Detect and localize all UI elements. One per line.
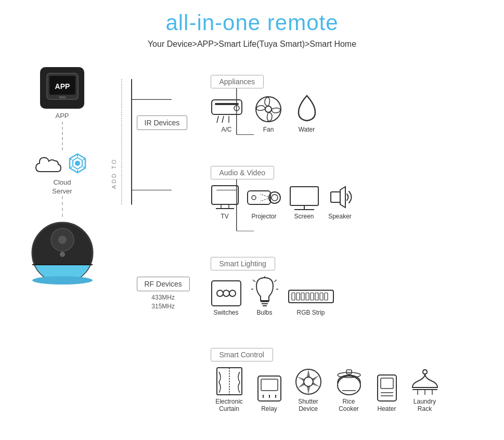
smart-control-section: Smart Control ElectronicCurtain <box>211 348 442 412</box>
svg-point-84 <box>304 377 313 386</box>
switches-icon <box>211 280 242 307</box>
svg-point-56 <box>217 290 223 296</box>
add-to-label: ADD TO <box>111 158 117 189</box>
svg-rect-74 <box>320 293 323 300</box>
tv-icon <box>211 185 239 211</box>
svg-point-50 <box>252 196 256 200</box>
switches-label: Switches <box>213 309 238 316</box>
rf-devices-node: RF Devices 433MHz315MHz <box>137 277 190 311</box>
svg-rect-34 <box>212 100 242 114</box>
svg-rect-69 <box>296 293 300 300</box>
screen-label: Screen <box>294 213 314 220</box>
control-icons-row: ElectronicCurtain Relay <box>211 367 442 412</box>
ac-icon <box>211 98 243 124</box>
svg-point-85 <box>338 376 360 395</box>
tablet-icon: APP <box>44 72 81 103</box>
subtitle: Your Device>APP>Smart Life(Tuya Smart)>S… <box>148 40 356 49</box>
svg-rect-73 <box>315 293 318 300</box>
svg-rect-70 <box>301 293 304 300</box>
screen-icon <box>289 186 319 211</box>
svg-rect-35 <box>215 103 239 105</box>
svg-point-18 <box>32 276 93 284</box>
svg-rect-72 <box>311 293 314 300</box>
svg-point-21 <box>60 252 65 257</box>
shutter-label: ShutterDevice <box>298 398 318 412</box>
svg-rect-68 <box>292 293 295 300</box>
water-icon <box>294 94 319 124</box>
svg-rect-79 <box>261 379 278 391</box>
device-curtain: ElectronicCurtain <box>211 367 248 412</box>
ac-label: A/C <box>221 126 231 133</box>
device-fan: Fan <box>254 95 283 133</box>
svg-rect-2 <box>59 96 66 98</box>
cloud-group <box>35 152 89 176</box>
svg-rect-90 <box>381 378 393 389</box>
smart-lighting-category: Smart Lighting <box>211 257 275 270</box>
device-water: Water <box>294 94 319 133</box>
speaker-label: Speaker <box>328 213 352 220</box>
svg-rect-55 <box>212 281 241 306</box>
device-screen: Screen <box>289 186 319 220</box>
svg-rect-42 <box>212 186 238 204</box>
cloud-label: Cloud Server <box>52 178 72 196</box>
svg-rect-43 <box>221 204 229 209</box>
svg-point-41 <box>265 106 272 112</box>
device-heater: Heater <box>372 373 402 412</box>
smart-speaker <box>29 219 96 287</box>
appliances-category: Appliances <box>211 75 264 88</box>
svg-point-57 <box>223 290 229 296</box>
ir-devices-node: IR Devices <box>137 115 188 130</box>
gear-logo-icon <box>66 152 89 176</box>
smart-speaker-svg <box>29 219 96 287</box>
bulbs-icon <box>251 276 278 307</box>
heater-icon <box>374 373 399 403</box>
bulbs-label: Bulbs <box>256 309 272 316</box>
rgb-strip-label: RGB Strip <box>296 309 325 316</box>
ir-devices-label: IR Devices <box>137 115 188 130</box>
device-rgb-strip: RGB Strip <box>288 286 334 316</box>
svg-rect-45 <box>248 191 270 204</box>
device-switches: Switches <box>211 280 242 316</box>
av-icons-row: TV Projector <box>211 185 354 220</box>
curtain-label: ElectronicCurtain <box>215 398 243 412</box>
projector-label: Projector <box>251 213 276 220</box>
fan-icon <box>254 95 283 124</box>
svg-line-37 <box>217 116 218 123</box>
device-shutter: ShutterDevice <box>291 368 326 412</box>
laundry-rack-label: LaundryRack <box>413 398 436 412</box>
svg-rect-75 <box>325 293 328 300</box>
svg-line-63 <box>274 280 277 282</box>
water-label: Water <box>299 126 315 133</box>
tv-label: TV <box>221 213 228 220</box>
device-relay: Relay <box>254 374 285 412</box>
smart-lighting-section: Smart Lighting Switches <box>211 257 334 316</box>
device-ac: A/C <box>211 98 243 133</box>
device-projector: Projector <box>247 186 282 220</box>
svg-rect-54 <box>331 192 340 202</box>
svg-text:APP: APP <box>55 82 70 90</box>
speaker-icon <box>327 185 354 211</box>
app-label: APP <box>55 112 69 120</box>
fan-label: Fan <box>263 126 274 133</box>
appliances-icons-row: A/C Fan <box>211 94 319 133</box>
heater-label: Heater <box>377 405 396 412</box>
laundry-rack-icon <box>410 367 440 396</box>
page-title: all-in-one remote <box>165 10 338 35</box>
tree-area: IR Devices RF Devices 433MHz315MHz ADD T… <box>107 64 486 287</box>
left-devices-column: APP APP Cloud Server <box>18 64 107 287</box>
rf-devices-label: RF Devices <box>137 277 190 291</box>
svg-rect-71 <box>306 293 309 300</box>
rgb-strip-icon <box>288 286 334 307</box>
device-bulbs: Bulbs <box>251 276 278 316</box>
svg-point-6 <box>75 161 80 166</box>
device-speaker: Speaker <box>327 185 354 220</box>
svg-point-36 <box>234 106 239 111</box>
rice-cooker-icon <box>335 368 363 396</box>
smart-control-category: Smart Control <box>211 348 273 361</box>
app-icon: APP <box>40 67 84 109</box>
svg-line-64 <box>253 280 255 282</box>
audio-video-section: Audio & Video TV <box>211 166 354 220</box>
svg-point-40 <box>256 97 281 122</box>
device-laundry-rack: LaundryRack <box>408 367 442 412</box>
svg-rect-87 <box>346 370 352 374</box>
